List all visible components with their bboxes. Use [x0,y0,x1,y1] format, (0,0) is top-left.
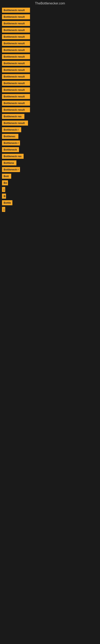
site-title: TheBottlenecker.com [0,0,100,8]
bottleneck-badge[interactable]: Bottleneck result [2,8,30,13]
bottleneck-badge[interactable]: Bottlene [2,160,16,166]
list-item: B [2,194,98,199]
bottleneck-badge[interactable]: | [2,187,5,192]
bottleneck-badge[interactable]: Bottleneck result [2,14,30,19]
bottleneck-badge[interactable]: Bottleneck result [2,94,30,99]
list-item: Bottleneck result [2,54,98,59]
bottleneck-badge[interactable]: Bottleneck res [2,154,24,159]
bottleneck-badge[interactable]: Bott [2,174,11,179]
list-item: Bott [2,174,98,179]
list-item: | [2,187,98,192]
list-item: Bottleneck result [2,21,98,26]
list-item: Bottleneck result [2,107,98,112]
list-item: Bottleneck result [2,34,98,39]
list-item: Bottleneck result [2,100,98,106]
bottleneck-badge[interactable]: Bo [2,180,8,185]
bottleneck-badge[interactable]: Bottleneck result [2,54,30,59]
list-item: Bottleneck result [2,120,98,126]
bottleneck-badge[interactable]: Bottleneck result [2,100,30,106]
list-item: Bottleneck r [2,167,98,172]
bottleneck-badge[interactable]: Bottleneck result [2,34,30,39]
bottleneck-badge[interactable]: Bottleneck result [2,74,30,79]
list-item: Bottleneck result [2,94,98,99]
bottleneck-badge[interactable]: Bottleneck result [2,41,30,46]
list-item: Bottleneck res [2,154,98,159]
list-item: Bottleneck res [2,114,98,119]
list-item: Bottleneck result [2,14,98,19]
list-item: Bottleneck result [2,87,98,92]
list-item: Bottleneck result [2,74,98,79]
bottleneck-badge[interactable]: Bottleneck result [2,107,30,112]
bottleneck-badge[interactable]: Bottleneck result [2,87,30,92]
list-item: Bottle [2,200,98,205]
list-item: Bottleneck result [2,68,98,72]
bottleneck-badge[interactable]: Bottleneck result [2,28,30,32]
bottleneck-badge[interactable]: Bottleneck [2,147,19,152]
list-item: Bottleneck r [2,127,98,132]
list-item: Bottleneck result [2,81,98,86]
bottleneck-badge[interactable]: Bottleneck result [2,21,30,26]
bottleneck-badge[interactable]: Bottleneck r [2,167,20,172]
list-item: Bottlene [2,160,98,166]
bottleneck-badge[interactable]: Bottlenec [2,134,18,139]
list-item: Bottleneck result [2,41,98,46]
bottleneck-badge[interactable]: Bottleneck r [2,140,20,146]
bottleneck-badge[interactable]: Bottleneck result [2,61,30,66]
bottleneck-badge[interactable]: Bottleneck r [2,127,21,132]
bottleneck-badge[interactable]: B [2,194,6,199]
list-item: Bottleneck result [2,28,98,32]
bottleneck-badge[interactable]: Bottleneck res [2,114,24,119]
list-item: Bottlenec [2,134,98,139]
bottleneck-list: Bottleneck resultBottleneck resultBottle… [0,8,100,214]
bottleneck-badge[interactable]: Bottleneck result [2,68,30,72]
bottleneck-badge[interactable]: Bottle [2,200,12,205]
list-item: Bottleneck result [2,61,98,66]
bottleneck-badge[interactable]: Bottleneck result [2,81,30,86]
bottleneck-badge[interactable]: | [2,207,5,212]
list-item: Bottleneck result [2,8,98,13]
list-item: Bottleneck r [2,140,98,146]
list-item: | [2,207,98,212]
list-item: Bottleneck result [2,48,98,52]
bottleneck-badge[interactable]: Bottleneck result [2,120,28,126]
list-item: Bo [2,180,98,185]
list-item: Bottleneck [2,147,98,152]
bottleneck-badge[interactable]: Bottleneck result [2,48,30,52]
